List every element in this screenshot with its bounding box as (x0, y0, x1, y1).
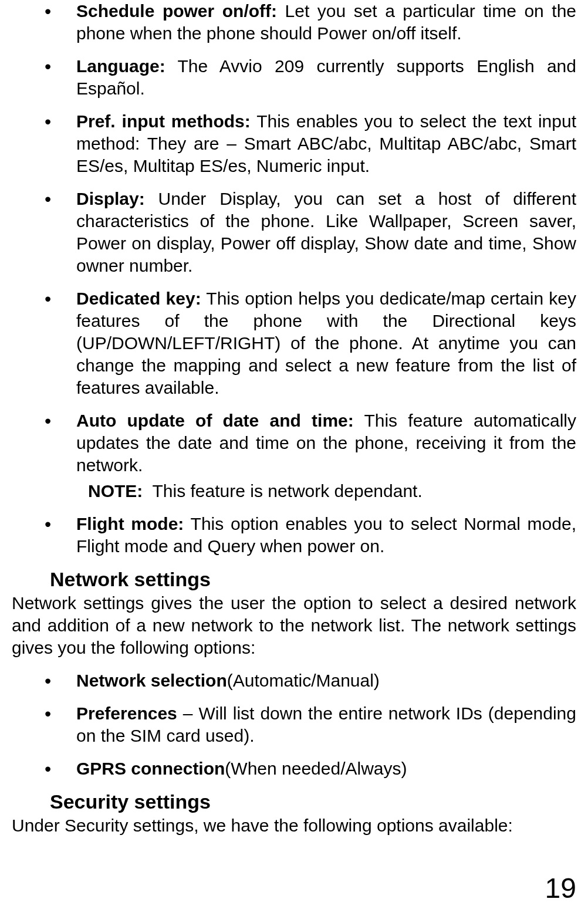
list-item-label: GPRS connection (76, 759, 225, 778)
list-item: • Preferences – Will list down the entir… (12, 702, 576, 747)
list-item: • Display: Under Display, you can set a … (12, 188, 576, 277)
bullet-icon: • (12, 288, 76, 399)
list-item-label: Pref. input methods: (76, 111, 251, 131)
list-item-content: Preferences – Will list down the entire … (76, 702, 576, 747)
list-item-content: Pref. input methods: This enables you to… (76, 110, 576, 177)
bullet-icon: • (12, 670, 76, 692)
settings-bullet-list-1: • Schedule power on/off: Let you set a p… (12, 0, 576, 476)
list-item-label: Schedule power on/off: (76, 1, 277, 21)
list-item: • Pref. input methods: This enables you … (12, 110, 576, 177)
list-item-content: Dedicated key: This option helps you ded… (76, 288, 576, 399)
note-label: NOTE: (88, 481, 143, 501)
list-item-text: (When needed/Always) (225, 759, 407, 778)
bullet-icon: • (12, 55, 76, 100)
list-item-content: Display: Under Display, you can set a ho… (76, 188, 576, 277)
network-settings-intro: Network settings gives the user the opti… (12, 592, 576, 659)
list-item-label: Auto update of date and time: (76, 411, 354, 430)
bullet-icon: • (12, 188, 76, 277)
security-settings-heading: Security settings (12, 790, 576, 813)
security-settings-intro: Under Security settings, we have the fol… (12, 814, 576, 837)
note-line: NOTE: This feature is network dependant. (12, 480, 576, 502)
bullet-icon: • (12, 513, 76, 557)
list-item-label: Preferences (76, 704, 177, 723)
bullet-icon: • (12, 410, 76, 476)
list-item-content: Schedule power on/off: Let you set a par… (76, 0, 576, 45)
bullet-icon: • (12, 110, 76, 177)
list-item-label: Display: (76, 189, 145, 208)
list-item: • Auto update of date and time: This fea… (12, 410, 576, 476)
list-item-content: GPRS connection(When needed/Always) (76, 758, 576, 780)
note-text: This feature is network dependant. (152, 481, 422, 501)
list-item: • Schedule power on/off: Let you set a p… (12, 0, 576, 45)
list-item-content: Network selection(Automatic/Manual) (76, 670, 576, 692)
bullet-icon: • (12, 0, 76, 45)
list-item-label: Dedicated key: (76, 289, 201, 308)
network-bullet-list: • Network selection(Automatic/Manual) • … (12, 670, 576, 780)
bullet-icon: • (12, 758, 76, 780)
list-item: • Dedicated key: This option helps you d… (12, 288, 576, 399)
list-item: • Flight mode: This option enables you t… (12, 513, 576, 557)
list-item-text: Under Display, you can set a host of dif… (76, 189, 576, 275)
list-item-label: Network selection (76, 671, 227, 690)
document-page: • Schedule power on/off: Let you set a p… (0, 0, 588, 837)
bullet-icon: • (12, 702, 76, 747)
list-item-text: (Automatic/Manual) (227, 671, 380, 690)
network-settings-heading: Network settings (12, 568, 576, 591)
list-item-label: Flight mode: (76, 514, 184, 533)
page-number: 19 (545, 872, 576, 904)
list-item: • Language: The Avvio 209 currently supp… (12, 55, 576, 100)
list-item: • GPRS connection(When needed/Always) (12, 758, 576, 780)
settings-bullet-list-1b: • Flight mode: This option enables you t… (12, 513, 576, 557)
list-item-content: Auto update of date and time: This featu… (76, 410, 576, 476)
list-item-content: Flight mode: This option enables you to … (76, 513, 576, 557)
list-item-label: Language: (76, 56, 165, 76)
list-item-content: Language: The Avvio 209 currently suppor… (76, 55, 576, 100)
list-item: • Network selection(Automatic/Manual) (12, 670, 576, 692)
